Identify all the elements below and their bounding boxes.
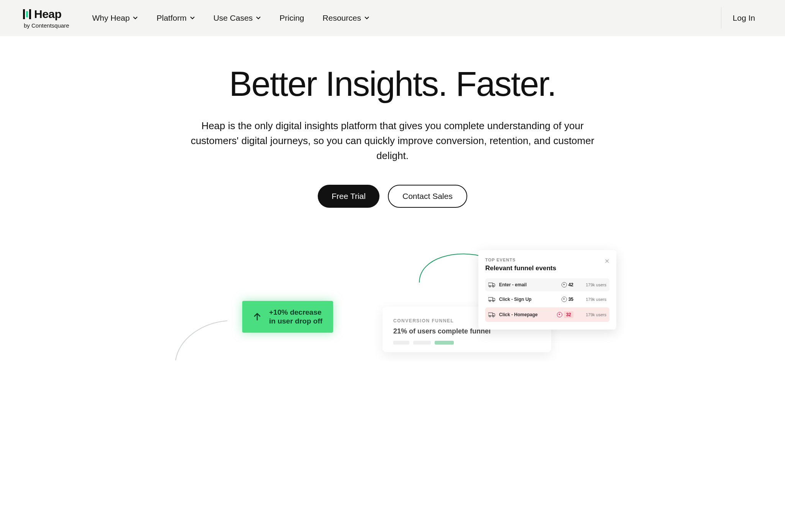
svg-rect-6: [488, 313, 493, 316]
free-trial-button[interactable]: Free Trial: [318, 185, 379, 208]
contact-sales-button[interactable]: Contact Sales: [388, 185, 467, 208]
svg-rect-0: [488, 283, 493, 286]
nav-resources[interactable]: Resources: [323, 13, 370, 23]
svg-rect-3: [488, 297, 493, 300]
truck-icon: [488, 312, 495, 317]
nav-item-label: Platform: [156, 13, 186, 23]
hero-illustration: +10% decrease in user drop off CONVERSIO…: [151, 238, 634, 361]
chevron-down-icon: [133, 15, 138, 21]
main-nav: Why Heap Platform Use Cases Pricing Reso…: [92, 13, 709, 23]
events-title: Relevant funnel events: [485, 264, 556, 272]
nav-item-label: Pricing: [279, 13, 304, 23]
svg-point-2: [493, 286, 494, 287]
truck-icon: [488, 297, 495, 302]
login-link[interactable]: Log In: [733, 13, 762, 23]
event-count: 32: [564, 311, 573, 318]
close-icon[interactable]: ✕: [604, 258, 609, 265]
nav-item-label: Why Heap: [92, 13, 130, 23]
event-name: Click - Homepage: [499, 312, 557, 317]
logo[interactable]: Heap by Contentsquare: [23, 8, 69, 29]
nav-use-cases[interactable]: Use Cases: [213, 13, 261, 23]
truck-icon: [488, 282, 495, 287]
chevron-down-icon: [364, 15, 370, 21]
event-row[interactable]: Enter - email 42 179k users: [485, 278, 609, 291]
site-header: Heap by Contentsquare Why Heap Platform …: [0, 0, 785, 36]
top-events-card: TOP EVENTS Relevant funnel events ✕ Ente…: [478, 250, 616, 330]
svg-point-7: [489, 315, 491, 317]
hero-section: Better Insights. Faster. Heap is the onl…: [0, 36, 785, 223]
play-icon: [562, 282, 567, 287]
hero-title: Better Insights. Faster.: [23, 66, 762, 102]
event-count: 42: [568, 282, 573, 287]
event-row[interactable]: Click - Homepage 32 179k users: [485, 307, 609, 322]
nav-item-label: Resources: [323, 13, 361, 23]
svg-point-4: [489, 300, 491, 302]
arrow-up-icon: [253, 312, 261, 321]
nav-why-heap[interactable]: Why Heap: [92, 13, 138, 23]
event-name: Enter - email: [499, 282, 562, 287]
funnel-progress-bars: [393, 341, 540, 345]
event-count: 35: [568, 297, 573, 302]
svg-point-1: [489, 286, 491, 287]
logo-icon: [23, 9, 31, 19]
badge-line2: in user drop off: [269, 317, 322, 326]
hero-subtitle: Heap is the only digital insights platfo…: [186, 118, 599, 163]
nav-item-label: Use Cases: [213, 13, 253, 23]
events-label: TOP EVENTS: [485, 258, 556, 262]
header-divider: [721, 7, 721, 29]
nav-platform[interactable]: Platform: [156, 13, 195, 23]
chevron-down-icon: [256, 15, 261, 21]
logo-byline: by Contentsquare: [24, 22, 69, 29]
badge-line1: +10% decrease: [269, 308, 322, 317]
play-icon: [562, 297, 567, 302]
svg-point-5: [493, 300, 494, 302]
event-name: Click - Sign Up: [499, 297, 562, 302]
svg-point-8: [493, 315, 494, 317]
decorative-curve-left: [172, 319, 229, 361]
play-icon: [557, 312, 562, 317]
event-users: 179k users: [583, 297, 606, 302]
event-users: 179k users: [583, 312, 606, 317]
chevron-down-icon: [190, 15, 195, 21]
event-users: 179k users: [583, 282, 606, 287]
event-row[interactable]: Click - Sign Up 35 179k users: [485, 293, 609, 306]
cta-row: Free Trial Contact Sales: [23, 185, 762, 208]
nav-pricing[interactable]: Pricing: [279, 13, 304, 23]
dropoff-badge: +10% decrease in user drop off: [242, 301, 333, 333]
logo-text: Heap: [34, 8, 61, 21]
